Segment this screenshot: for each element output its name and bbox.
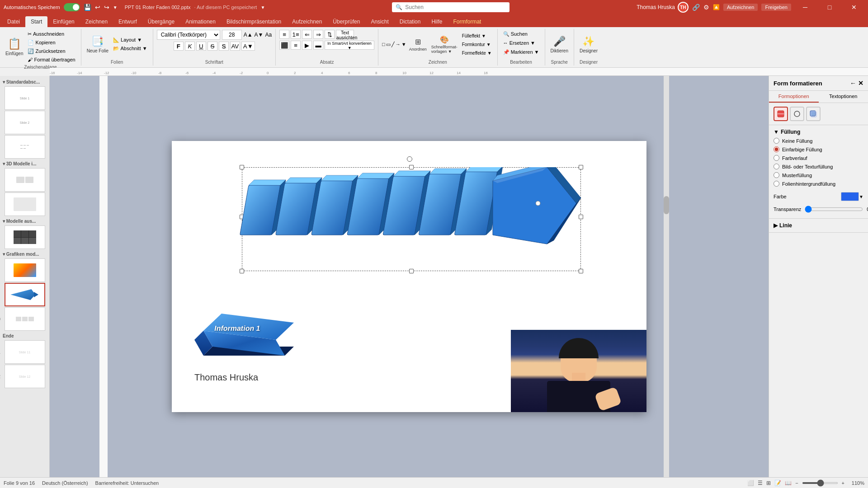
keyboard-button-shape[interactable]: Information 1 xyxy=(192,290,294,358)
shadow-button[interactable]: S xyxy=(219,42,229,51)
connect-icon[interactable]: 🔗 xyxy=(692,4,700,11)
slide-thumb-2[interactable]: Slide 2 xyxy=(5,111,45,134)
bild-textur-option[interactable]: Bild- oder Texturfüllung xyxy=(774,164,863,169)
einfarbige-fuellung-radio[interactable] xyxy=(774,146,779,152)
farbverlauf-option[interactable]: Farbverlauf xyxy=(774,155,863,161)
slide-canvas[interactable]: Information 1 Thomas Hruska xyxy=(172,141,646,412)
einfarbige-fuellung-option[interactable]: Einfarbige Füllung xyxy=(774,146,863,152)
tab-animationen[interactable]: Animationen xyxy=(180,16,221,27)
italic-button[interactable]: K xyxy=(185,42,195,51)
farbverlauf-radio[interactable] xyxy=(774,155,779,161)
panel-back-button[interactable]: ← xyxy=(850,80,856,87)
notes-view-icon[interactable]: 📝 xyxy=(774,480,781,486)
tab-datei[interactable]: Datei xyxy=(2,16,25,27)
tab-textoptionen[interactable]: Textoptionen xyxy=(819,91,868,103)
text-direction[interactable]: ⇅ xyxy=(325,30,335,39)
muster-radio[interactable] xyxy=(774,172,779,178)
keine-fuellung-option[interactable]: Keine Füllung xyxy=(774,138,863,144)
zoom-in-icon[interactable]: + xyxy=(842,480,844,486)
tab-bildschirm[interactable]: Bildschirmpräsentation xyxy=(221,16,287,27)
linie-section-title[interactable]: ▶ Linie xyxy=(774,222,863,229)
tab-ueberpruefen[interactable]: Überprüfen xyxy=(327,16,365,27)
color-swatch[interactable] xyxy=(841,192,859,201)
slide-thumb-1[interactable]: Slide 1 xyxy=(5,86,45,110)
normal-view-icon[interactable]: ⬜ xyxy=(747,480,754,486)
tab-entwurf[interactable]: Entwurf xyxy=(113,16,142,27)
align-left[interactable]: ⬛ xyxy=(279,41,289,50)
slide-thumb-11[interactable]: Slide 11 xyxy=(5,340,45,364)
diktieren-button[interactable]: 🎤 Diktieren xyxy=(549,32,570,57)
markieren-button[interactable]: 📌 Markieren ▼ xyxy=(501,48,541,56)
rotation-handle[interactable] xyxy=(407,156,412,162)
record-btn[interactable]: Aufzeichnen xyxy=(723,4,758,11)
color-picker-btn[interactable]: ▼ xyxy=(841,192,863,201)
zoom-out-icon[interactable]: − xyxy=(795,480,798,486)
tab-einfuegen[interactable]: Einfügen xyxy=(47,16,80,27)
suchen-button[interactable]: 🔍 Suchen xyxy=(501,30,529,38)
font-size-increase[interactable]: A▲ xyxy=(244,32,253,38)
vertical-scrollbar[interactable] xyxy=(664,76,669,477)
anordnen-button[interactable]: ⊞ Anordnen xyxy=(407,33,429,56)
kopieren-button[interactable]: 📄 Kopieren xyxy=(26,38,77,47)
transparency-slider[interactable] xyxy=(805,206,863,213)
color-dropdown-arrow[interactable]: ▼ xyxy=(859,194,863,199)
font-size-input[interactable] xyxy=(222,30,242,40)
neue-folie-button[interactable]: 📑 Neue Folie xyxy=(85,32,110,57)
strikethrough-button[interactable]: S xyxy=(208,42,217,51)
fill-effect-icon-btn[interactable] xyxy=(774,107,788,121)
tab-dictation[interactable]: Dictation xyxy=(394,16,426,27)
keine-fuellung-radio[interactable] xyxy=(774,138,779,144)
tab-start[interactable]: Start xyxy=(25,16,47,27)
align-center[interactable]: ≡ xyxy=(291,41,301,50)
save-icon[interactable]: 💾 xyxy=(84,4,91,11)
canvas-area[interactable]: Information 1 Thomas Hruska xyxy=(50,76,769,477)
fuelleffekt-button[interactable]: Fülleffekt ▼ xyxy=(460,32,494,40)
slide-thumb-4[interactable] xyxy=(5,168,45,192)
slide-thumb-9[interactable] xyxy=(5,283,45,306)
panel-close-button[interactable]: ✕ xyxy=(858,80,863,87)
shape-effects-icon-btn[interactable] xyxy=(806,107,821,121)
tab-aufzeichnen[interactable]: Aufzeichnen xyxy=(287,16,327,27)
close-button[interactable]: ✕ xyxy=(844,0,864,14)
formeffekte-button[interactable]: Formeffekte ▼ xyxy=(460,49,494,57)
indent-decrease[interactable]: ⇐ xyxy=(302,30,312,39)
settings-icon[interactable]: ⚙ xyxy=(703,4,709,11)
font-color-button[interactable]: A▼ xyxy=(241,42,255,51)
format-uebertragen-button[interactable]: 🖌 Format übertragen xyxy=(26,56,77,64)
bild-textur-radio[interactable] xyxy=(774,164,779,169)
ribbon-toggle[interactable]: 🔼 xyxy=(713,4,720,10)
align-text-button[interactable]: Text ausrichten ▼ xyxy=(336,30,354,39)
list-bullet-button[interactable]: ≡ xyxy=(279,30,289,39)
slide-thumb-3[interactable]: ─ ─ ── ─ xyxy=(5,135,45,159)
zoom-slider[interactable] xyxy=(802,482,838,484)
shape-line[interactable]: ╱ xyxy=(392,42,395,47)
layout-button[interactable]: 📐 Layout ▼ xyxy=(111,36,149,44)
undo-icon[interactable]: ↩ xyxy=(95,4,100,11)
shape-rect[interactable]: □ xyxy=(382,42,385,47)
font-selector[interactable]: Calibri (Textkörper) xyxy=(157,30,220,40)
redo-icon[interactable]: ↪ xyxy=(104,4,109,11)
formkontur-button[interactable]: Formkontur ▼ xyxy=(460,40,494,48)
folienhintergrund-radio[interactable] xyxy=(774,181,779,187)
muster-option[interactable]: Musterfüllung xyxy=(774,172,863,178)
autosave-toggle[interactable] xyxy=(64,3,80,11)
tab-ansicht[interactable]: Ansicht xyxy=(365,16,394,27)
outline-view-icon[interactable]: ☰ xyxy=(758,480,763,486)
slide-thumb-5[interactable] xyxy=(5,192,45,216)
share-btn[interactable]: Freigeben xyxy=(761,4,791,11)
folienhintergrund-option[interactable]: Folienhintergrundfüllung xyxy=(774,181,863,187)
shape-arrow[interactable]: → xyxy=(396,42,401,47)
list-num-button[interactable]: 1≡ xyxy=(291,30,301,39)
tab-hilfe[interactable]: Hilfe xyxy=(426,16,448,27)
align-right[interactable]: ▶ xyxy=(302,41,312,50)
quick-access-more[interactable]: ▼ xyxy=(113,5,118,10)
slide-thumb-8[interactable] xyxy=(5,258,45,282)
schnellformat-button[interactable]: 🎨 Schnellformat-vorlagen ▼ xyxy=(429,33,459,56)
slide-thumb-10[interactable] xyxy=(5,307,45,331)
tab-zeichnen[interactable]: Zeichnen xyxy=(80,16,113,27)
einfuegen-button[interactable]: 📋 Einfügen xyxy=(4,34,25,60)
slide-thumb-6[interactable] xyxy=(5,225,45,249)
slide-sorter-icon[interactable]: ⊞ xyxy=(766,480,771,486)
shape-outline-icon-btn[interactable] xyxy=(790,107,804,121)
indent-increase[interactable]: ⇒ xyxy=(313,30,323,39)
